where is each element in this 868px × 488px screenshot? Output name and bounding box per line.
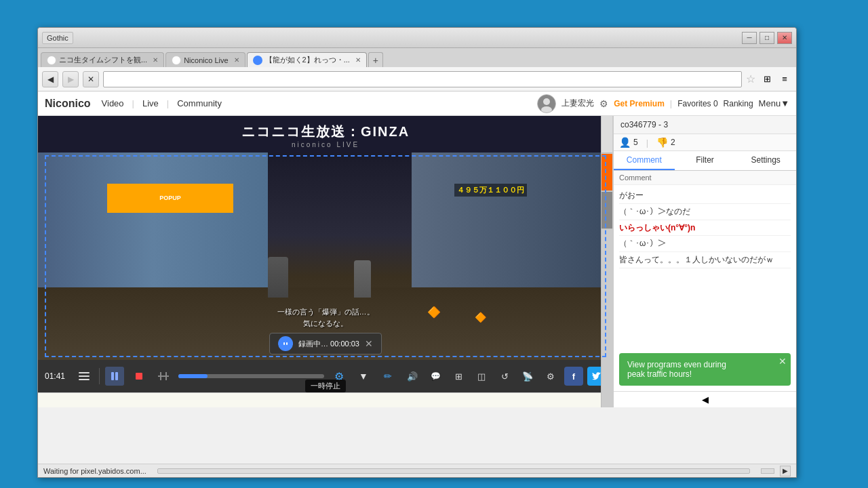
chat-messages: がおー （｀･ω･）＞なのだ いらっしゃい(n°∀°)n （｀･ω･）＞ 皆さん…: [614, 185, 796, 348]
notification-text: View programs even duringpeak traffic ho…: [627, 360, 783, 379]
account-button[interactable]: ⚙: [541, 367, 560, 386]
site-logo: Niconico: [45, 98, 91, 110]
settings-icon[interactable]: ⚙: [599, 98, 608, 109]
stop-button[interactable]: [130, 367, 149, 386]
toolbar-icon-2[interactable]: ≡: [777, 72, 792, 87]
notification-box: ✕ View programs even duringpeak traffic …: [619, 353, 791, 386]
volume-button[interactable]: 🔊: [403, 367, 422, 386]
thumb-3[interactable]: [601, 192, 612, 229]
menu-button[interactable]: Menu▼: [759, 98, 789, 108]
tab-close-3[interactable]: ✕: [355, 56, 361, 64]
browser-window: Gothic ─ □ ✕ ニコ生タイムシフトを観... ✕ Niconico L…: [37, 27, 797, 478]
svg-rect-5: [286, 342, 288, 345]
scroll-right-button[interactable]: ▶: [780, 466, 791, 476]
thumb-1[interactable]: [601, 116, 612, 153]
chat-message-5: 皆さんって。。。１人しかいないのだがｗ: [619, 252, 791, 268]
broadcast-button[interactable]: 📡: [518, 367, 537, 386]
nav-separator-2: |: [167, 98, 169, 108]
time-display: 01:41: [45, 371, 69, 381]
nav-item-video[interactable]: Video: [96, 94, 130, 113]
refresh-button[interactable]: ✕: [83, 71, 99, 87]
playlist-button[interactable]: [75, 367, 94, 386]
address-input[interactable]: live.nicovideo.jp/watch/lv224419706?cc_r…: [103, 71, 742, 87]
svg-point-1: [543, 98, 550, 105]
tab-timeshif[interactable]: ニコ生タイムシフトを観... ✕: [41, 52, 164, 67]
viewers-count: 5: [633, 138, 638, 147]
trim-button[interactable]: [154, 367, 173, 386]
tab-filter[interactable]: Filter: [675, 151, 736, 170]
comment-toggle-button[interactable]: 💬: [426, 367, 445, 386]
tab-icon-2: [172, 56, 181, 65]
tab-close-1[interactable]: ✕: [153, 56, 158, 64]
thumbnail-strip: [601, 116, 613, 407]
svg-rect-12: [158, 375, 169, 377]
svg-rect-6: [79, 372, 90, 373]
main-area: ニコニコ生放送：GINZA niconico LIVE POPUP 🔶: [38, 116, 796, 407]
rotate-button[interactable]: ↺: [495, 367, 514, 386]
progress-bar[interactable]: [178, 374, 324, 378]
svg-rect-8: [79, 379, 90, 380]
tab-niconicolive[interactable]: Niconico Live ✕: [165, 52, 245, 67]
nav-item-community[interactable]: Community: [172, 94, 227, 113]
tooltip-bar: 一時停止: [38, 392, 613, 407]
close-button[interactable]: ✕: [777, 32, 792, 44]
edit-button[interactable]: ✏: [378, 367, 397, 386]
comments-count: 2: [671, 138, 675, 147]
new-tab-button[interactable]: +: [368, 52, 383, 67]
avatar[interactable]: [537, 94, 556, 113]
tab-bar: ニコ生タイムシフトを観... ✕ Niconico Live ✕ 【龍が如く2】…: [38, 48, 796, 67]
chat-message-2: （｀･ω･）＞なのだ: [619, 204, 791, 220]
chat-message-3: いらっしゃい(n°∀°)n: [619, 220, 791, 237]
svg-rect-13: [160, 372, 161, 380]
tab-ryugagotoku[interactable]: 【龍が如く2】れっつ・... ✕: [247, 52, 367, 67]
premium-button[interactable]: Get Premium: [614, 99, 665, 108]
forward-button[interactable]: ▶: [62, 71, 79, 87]
pip-button[interactable]: ◫: [472, 367, 491, 386]
video-counter: ４９５万１１００円: [454, 184, 527, 197]
pause-button[interactable]: [105, 367, 124, 386]
tab-comment[interactable]: Comment: [614, 151, 675, 170]
status-bar: Waiting for pixel.yabidos.com... ▶: [38, 464, 796, 477]
fullscreen-toggle-button[interactable]: ⊞: [449, 367, 468, 386]
facebook-button[interactable]: f: [564, 367, 583, 386]
minimize-button[interactable]: ─: [742, 32, 757, 44]
tab-close-2[interactable]: ✕: [234, 56, 239, 64]
toolbar-icon-1[interactable]: ⊞: [760, 72, 774, 87]
traffic-cone-2: 🔶: [475, 312, 486, 323]
toolbar-icons: ⊞ ≡: [760, 72, 792, 87]
favorites-label[interactable]: Favorites 0: [677, 99, 717, 108]
community-header: co346779 - 3: [614, 116, 796, 134]
building-sign: POPUP: [107, 184, 234, 213]
tab-settings[interactable]: Settings: [735, 151, 796, 170]
zoom-slider[interactable]: [761, 468, 774, 474]
video-subtitle: 一様の言う「爆弾」の話…。 気になるな。: [277, 306, 374, 329]
character-1: [268, 257, 288, 298]
comments-icon: 👎: [656, 137, 668, 148]
building-2: [412, 152, 613, 308]
comments-stat: 👎 2: [656, 137, 675, 148]
ranking-label[interactable]: Ranking: [724, 99, 753, 108]
tab-icon-1: [47, 56, 56, 65]
chat-message-4: （｀･ω･）＞: [619, 236, 791, 252]
svg-rect-11: [136, 373, 142, 380]
stats-divider: |: [646, 138, 648, 148]
chat-tabs: Comment Filter Settings: [614, 151, 796, 171]
nav-item-live[interactable]: Live: [137, 94, 164, 113]
bookmark-star-icon[interactable]: ☆: [746, 73, 755, 85]
video-frame[interactable]: POPUP 🔶 🔶 ４９５万１１００円 一様の言う「爆弾」の話…。 気になるな。: [38, 152, 613, 360]
video-subtitle-header: niconico LIVE: [38, 141, 613, 148]
recording-close-button[interactable]: ✕: [365, 338, 373, 349]
back-button[interactable]: ◀: [42, 71, 58, 87]
scroll-arrow[interactable]: ◀: [614, 391, 796, 407]
address-bar: ◀ ▶ ✕ live.nicovideo.jp/watch/lv22441970…: [38, 67, 796, 92]
site-navigation: Niconico Video | Live | Community 上妻宏光 ⚙…: [38, 92, 796, 116]
loading-status: Waiting for pixel.yabidos.com...: [43, 467, 146, 475]
svg-rect-9: [111, 372, 114, 380]
maximize-button[interactable]: □: [760, 32, 774, 44]
notification-close-button[interactable]: ✕: [778, 356, 787, 367]
dropdown-button[interactable]: ▼: [354, 367, 373, 386]
thumb-2[interactable]: [601, 154, 612, 191]
chat-panel: co346779 - 3 👤 5 | 👎 2 Comment Filter Se…: [613, 116, 796, 407]
video-header: ニコニコ生放送：GINZA niconico LIVE: [38, 116, 613, 152]
progress-fill: [178, 374, 208, 378]
